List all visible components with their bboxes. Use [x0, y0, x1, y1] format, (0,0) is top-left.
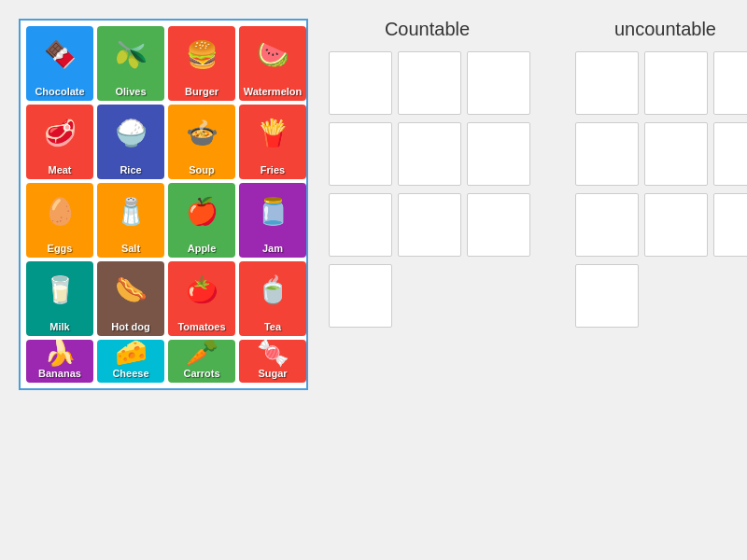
tea-icon: 🍵	[239, 261, 306, 319]
cheese-icon: 🧀	[97, 340, 164, 366]
milk-label: Milk	[26, 319, 93, 334]
apple-icon: 🍎	[168, 183, 235, 241]
food-item-watermelon[interactable]: 🍉 Watermelon	[239, 26, 306, 101]
bananas-label: Bananas	[26, 366, 93, 381]
countable-row-1	[327, 49, 532, 117]
uncountable-row-3	[573, 191, 747, 259]
drop-cell[interactable]	[644, 122, 708, 186]
soup-icon: 🍲	[168, 105, 235, 162]
drop-row-1	[327, 49, 747, 117]
burger-icon: 🍔	[168, 26, 235, 84]
food-item-salt[interactable]: 🧂 Salt	[97, 183, 164, 258]
food-item-carrots[interactable]: 🥕 Carrots	[168, 340, 235, 383]
milk-icon: 🥛	[26, 261, 93, 319]
olives-icon: 🫒	[97, 26, 164, 84]
chocolate-icon: 🍫	[26, 26, 93, 84]
hotdog-label: Hot dog	[97, 319, 164, 334]
uncountable-header: uncountable	[565, 19, 747, 40]
jam-label: Jam	[239, 241, 306, 256]
drop-cell[interactable]	[467, 122, 530, 186]
drop-cell[interactable]	[398, 122, 461, 186]
food-item-soup[interactable]: 🍲 Soup	[168, 105, 235, 179]
food-item-sugar[interactable]: 🍬 Sugar	[239, 340, 306, 383]
countable-row-4	[327, 262, 394, 329]
drop-zones-container	[327, 49, 747, 329]
food-item-milk[interactable]: 🥛 Milk	[26, 261, 93, 336]
tomatoes-label: Tomatoes	[168, 319, 235, 334]
category-panel: Countable uncountable	[327, 19, 747, 329]
food-item-jam[interactable]: 🫙 Jam	[239, 183, 306, 258]
food-item-fries[interactable]: 🍟 Fries	[239, 105, 306, 179]
carrots-icon: 🥕	[168, 340, 235, 366]
drop-cell[interactable]	[713, 51, 747, 115]
bananas-icon: 🍌	[26, 340, 93, 366]
drop-cell[interactable]	[575, 193, 639, 257]
sugar-icon: 🍬	[239, 340, 306, 366]
drop-cell[interactable]	[329, 264, 392, 328]
meat-label: Meat	[26, 162, 93, 177]
drop-cell[interactable]	[467, 51, 530, 115]
uncountable-row-2	[573, 120, 747, 188]
drop-cell[interactable]	[644, 51, 708, 115]
drop-cell[interactable]	[398, 51, 461, 115]
food-item-tea[interactable]: 🍵 Tea	[239, 261, 306, 336]
drop-cell[interactable]	[713, 122, 747, 186]
uncountable-row-1	[573, 49, 747, 117]
meat-icon: 🥩	[26, 105, 93, 162]
salt-icon: 🧂	[97, 183, 164, 241]
tea-label: Tea	[239, 319, 306, 334]
drop-cell[interactable]	[575, 122, 639, 186]
food-item-tomatoes[interactable]: 🍅 Tomatoes	[168, 261, 235, 336]
food-item-meat[interactable]: 🥩 Meat	[26, 105, 93, 179]
eggs-icon: 🥚	[26, 183, 93, 241]
olives-label: Olives	[97, 84, 164, 99]
soup-label: Soup	[168, 162, 235, 177]
rice-label: Rice	[97, 162, 164, 177]
food-item-chocolate[interactable]: 🍫 Chocolate	[26, 26, 93, 101]
fries-label: Fries	[239, 162, 306, 177]
rice-icon: 🍚	[97, 105, 164, 162]
sugar-label: Sugar	[239, 366, 306, 381]
drop-cell[interactable]	[329, 122, 392, 186]
drop-cell[interactable]	[644, 193, 708, 257]
food-item-rice[interactable]: 🍚 Rice	[97, 105, 164, 179]
main-container: 🍫 Chocolate 🫒 Olives 🍔 Burger 🍉 Watermel…	[19, 19, 747, 390]
food-item-apple[interactable]: 🍎 Apple	[168, 183, 235, 258]
chocolate-label: Chocolate	[26, 84, 93, 99]
jam-icon: 🫙	[239, 183, 306, 241]
carrots-label: Carrots	[168, 366, 235, 381]
food-item-hotdog[interactable]: 🌭 Hot dog	[97, 261, 164, 336]
drop-cell[interactable]	[329, 193, 392, 257]
food-item-burger[interactable]: 🍔 Burger	[168, 26, 235, 101]
fries-icon: 🍟	[239, 105, 306, 162]
food-grid-panel: 🍫 Chocolate 🫒 Olives 🍔 Burger 🍉 Watermel…	[19, 19, 308, 390]
burger-label: Burger	[168, 84, 235, 99]
food-item-cheese[interactable]: 🧀 Cheese	[97, 340, 164, 383]
countable-header: Countable	[327, 19, 528, 40]
drop-cell[interactable]	[398, 193, 461, 257]
drop-cell[interactable]	[575, 51, 639, 115]
hotdog-icon: 🌭	[97, 261, 164, 319]
food-item-olives[interactable]: 🫒 Olives	[97, 26, 164, 101]
watermelon-icon: 🍉	[239, 26, 306, 84]
countable-row-2	[327, 120, 532, 188]
drop-row-3	[327, 191, 747, 259]
drop-cell[interactable]	[329, 51, 392, 115]
salt-label: Salt	[97, 241, 164, 256]
drop-row-4	[327, 262, 747, 329]
food-item-eggs[interactable]: 🥚 Eggs	[26, 183, 93, 258]
watermelon-label: Watermelon	[239, 84, 306, 99]
uncountable-row-4	[573, 262, 641, 329]
drop-cell[interactable]	[713, 193, 747, 257]
drop-row-2	[327, 120, 747, 188]
tomatoes-icon: 🍅	[168, 261, 235, 319]
countable-row-3	[327, 191, 532, 259]
cheese-label: Cheese	[97, 366, 164, 381]
apple-label: Apple	[168, 241, 235, 256]
drop-cell[interactable]	[575, 264, 639, 328]
eggs-label: Eggs	[26, 241, 93, 256]
food-item-bananas[interactable]: 🍌 Bananas	[26, 340, 93, 383]
drop-cell[interactable]	[467, 193, 530, 257]
